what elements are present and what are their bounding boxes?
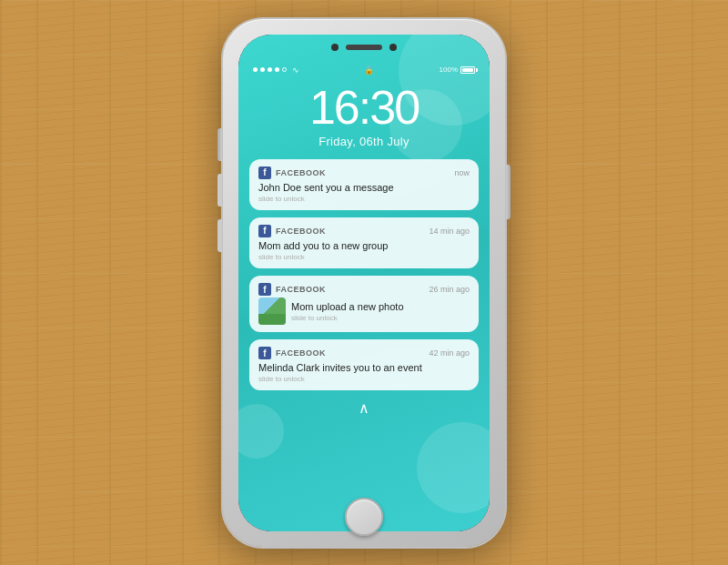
notification-4[interactable]: f FACEBOOK 42 min ago Melinda Clark invi… — [249, 339, 479, 390]
notif-1-time: now — [454, 168, 470, 177]
notif-1-fb-icon: f — [258, 166, 271, 179]
notif-2-text-area: Mom add you to a new group slide to unlo… — [258, 239, 470, 261]
notif-2-header: f FACEBOOK 14 min ago — [258, 225, 470, 237]
notif-4-body: Melinda Clark invites you to an event sl… — [258, 361, 470, 383]
notif-2-time: 14 min ago — [429, 227, 470, 236]
notif-3-fb-icon: f — [258, 283, 271, 296]
notif-2-app-info: f FACEBOOK — [258, 225, 326, 237]
notif-1-app-name: FACEBOOK — [276, 168, 326, 177]
wifi-icon: ∿ — [292, 66, 299, 75]
battery-icon — [460, 66, 475, 74]
notif-2-body: Mom add you to a new group slide to unlo… — [258, 239, 470, 261]
notif-3-thumbnail — [258, 298, 286, 325]
battery-percentage: 100% — [440, 66, 458, 74]
notif-1-body: John Doe sent you a message slide to unl… — [258, 181, 470, 203]
notif-4-header: f FACEBOOK 42 min ago — [258, 347, 470, 359]
status-right: 100% — [440, 66, 475, 74]
signal-dot-3 — [268, 67, 272, 72]
camera-dot-2 — [389, 44, 397, 51]
notification-2[interactable]: f FACEBOOK 14 min ago Mom add you to a n… — [249, 217, 479, 268]
notification-3[interactable]: f FACEBOOK 26 min ago Mom upload a new p… — [249, 276, 479, 332]
unlock-arrow[interactable]: ∧ — [238, 399, 490, 417]
status-center: 🔒 — [364, 66, 374, 75]
notification-1[interactable]: f FACEBOOK now John Doe sent you a messa… — [249, 159, 479, 210]
status-bar: ∿ 🔒 100% — [238, 60, 490, 76]
notif-4-app-name: FACEBOOK — [276, 348, 326, 358]
notif-1-slide-text: slide to unlock — [258, 195, 470, 203]
notif-4-time: 42 min ago — [429, 348, 470, 358]
notif-3-app-name: FACEBOOK — [276, 285, 326, 294]
notif-2-fb-icon: f — [258, 225, 271, 237]
camera-dot — [331, 44, 339, 51]
notif-4-main-text: Melinda Clark invites you to an event — [258, 361, 470, 374]
signal-dot-4 — [275, 67, 279, 72]
notif-3-slide-text: slide to unlock — [291, 314, 470, 322]
notif-1-text-area: John Doe sent you a message slide to unl… — [258, 181, 470, 203]
notif-3-text-area: Mom upload a new photo slide to unlock — [291, 300, 470, 322]
home-button[interactable] — [345, 498, 383, 536]
photo-thumbnail — [258, 298, 286, 325]
notif-3-main-text: Mom upload a new photo — [291, 300, 470, 313]
notif-2-slide-text: slide to unlock — [258, 253, 470, 261]
status-left: ∿ — [253, 66, 299, 75]
notif-4-text-area: Melinda Clark invites you to an event sl… — [258, 361, 470, 383]
notifications-list: f FACEBOOK now John Doe sent you a messa… — [238, 159, 490, 391]
notif-4-fb-icon: f — [258, 347, 271, 359]
notif-4-app-info: f FACEBOOK — [258, 347, 326, 359]
speaker — [346, 45, 382, 50]
signal-dot-1 — [253, 67, 258, 72]
notif-1-main-text: John Doe sent you a message — [258, 181, 470, 194]
notif-2-main-text: Mom add you to a new group — [258, 239, 470, 252]
notif-1-app-info: f FACEBOOK — [258, 166, 326, 179]
phone-top-bar — [331, 44, 397, 51]
signal-dot-2 — [260, 67, 265, 72]
lock-icon: 🔒 — [364, 66, 374, 75]
notif-3-header: f FACEBOOK 26 min ago — [258, 283, 470, 296]
clock-date: Friday, 06th July — [238, 135, 490, 148]
home-button-area — [345, 498, 383, 536]
screen: ∿ 🔒 100% 16:30 Friday, 06th July — [238, 35, 490, 531]
signal-dot-5 — [282, 67, 287, 72]
clock-time: 16:30 — [238, 84, 490, 131]
notif-1-header: f FACEBOOK now — [258, 166, 470, 179]
notif-2-app-name: FACEBOOK — [276, 227, 326, 236]
clock-area: 16:30 Friday, 06th July — [238, 76, 490, 159]
notif-3-body: Mom upload a new photo slide to unlock — [258, 298, 470, 325]
notif-3-app-info: f FACEBOOK — [258, 283, 326, 296]
notif-4-slide-text: slide to unlock — [258, 375, 470, 383]
battery-fill — [462, 68, 473, 72]
phone-body: ∿ 🔒 100% 16:30 Friday, 06th July — [223, 19, 505, 547]
notif-3-time: 26 min ago — [429, 285, 470, 294]
screen-background: ∿ 🔒 100% 16:30 Friday, 06th July — [238, 35, 490, 531]
